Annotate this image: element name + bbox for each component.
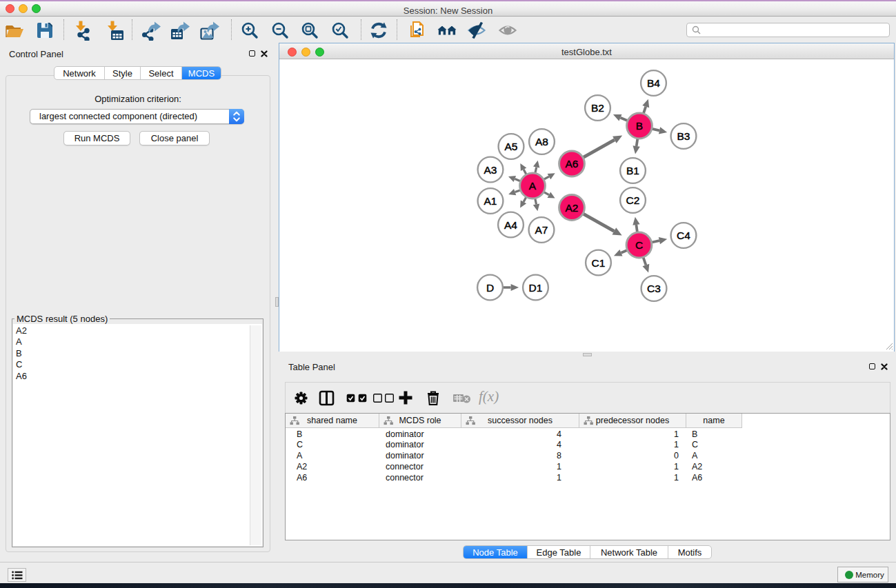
svg-text:A7: A7 <box>535 224 548 236</box>
svg-text:A4: A4 <box>504 219 517 231</box>
svg-text:B1: B1 <box>626 165 639 176</box>
svg-text:C2: C2 <box>626 194 640 206</box>
svg-text:A5: A5 <box>505 141 518 152</box>
svg-text:B4: B4 <box>647 77 660 89</box>
svg-text:A1: A1 <box>484 195 497 207</box>
svg-text:D: D <box>486 282 494 294</box>
svg-text:A6: A6 <box>566 158 579 170</box>
svg-text:B3: B3 <box>677 130 690 142</box>
svg-text:A3: A3 <box>484 164 497 176</box>
svg-text:D1: D1 <box>529 282 543 294</box>
svg-text:A: A <box>529 180 537 192</box>
svg-text:B: B <box>636 120 643 132</box>
svg-text:B2: B2 <box>591 102 604 114</box>
svg-text:A8: A8 <box>535 136 548 148</box>
svg-text:C1: C1 <box>592 257 606 269</box>
svg-text:A2: A2 <box>566 202 579 214</box>
svg-text:C: C <box>635 239 643 251</box>
svg-text:C3: C3 <box>647 283 661 294</box>
svg-text:C4: C4 <box>677 230 690 241</box>
